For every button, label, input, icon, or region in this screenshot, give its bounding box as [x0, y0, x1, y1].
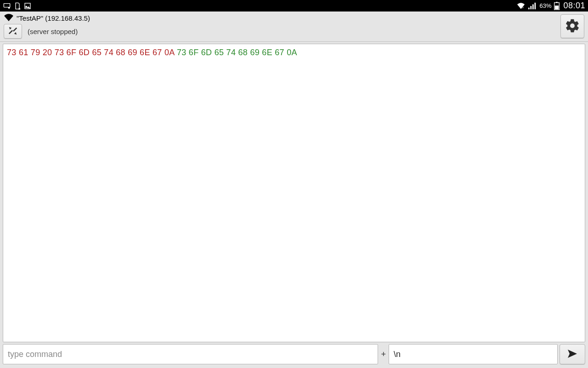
svg-rect-3: [528, 7, 530, 9]
connect-button[interactable]: [4, 24, 22, 39]
line-terminator-input[interactable]: [389, 344, 558, 364]
document-icon: [14, 2, 21, 10]
ap-label: "TestAP" (192.168.43.5): [17, 14, 90, 22]
svg-rect-5: [532, 4, 534, 9]
svg-rect-6: [535, 2, 536, 9]
cast-icon: [3, 2, 11, 10]
svg-rect-4: [531, 6, 532, 9]
svg-rect-9: [555, 6, 559, 10]
hex-output-incoming: 73 6F 6D 65 74 68 69 6E 67 0A: [177, 48, 297, 57]
wifi-header-icon: [4, 13, 14, 23]
send-button[interactable]: [560, 344, 585, 364]
concat-plus-label: +: [380, 344, 387, 364]
battery-percentage: 63%: [539, 2, 551, 9]
send-icon: [565, 348, 579, 361]
image-icon: [24, 2, 31, 10]
wifi-icon: [516, 2, 526, 10]
output-pane[interactable]: 73 61 79 20 73 6F 6D 65 74 68 69 6E 67 0…: [3, 44, 585, 342]
command-row: +: [0, 344, 588, 367]
connect-icon: [8, 26, 18, 37]
app-header: "TestAP" (192.168.43.5) (server stopped): [0, 12, 588, 42]
command-input[interactable]: [3, 344, 378, 364]
android-status-bar: 63% 08:01: [0, 0, 588, 12]
settings-button[interactable]: [560, 14, 584, 38]
gear-icon: [565, 18, 580, 35]
server-state-label: (server stopped): [28, 28, 78, 35]
signal-icon: [528, 2, 537, 10]
hex-output-outgoing: 73 61 79 20 73 6F 6D 65 74 68 69 6E 67 0…: [7, 48, 175, 57]
svg-point-1: [8, 7, 10, 9]
battery-icon: [554, 2, 560, 10]
svg-rect-0: [4, 3, 10, 7]
status-clock: 08:01: [563, 1, 585, 11]
